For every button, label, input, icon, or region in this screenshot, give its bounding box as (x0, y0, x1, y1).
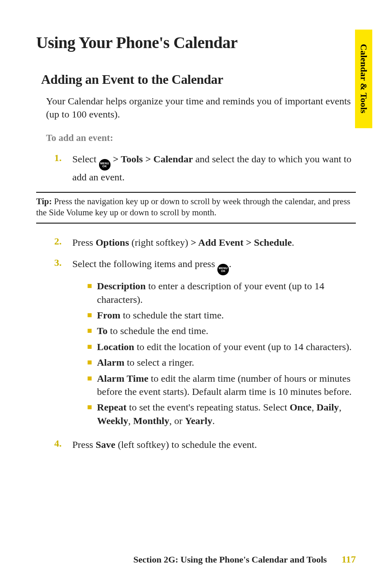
page-title: Using Your Phone's Calendar (36, 33, 356, 52)
bullet-icon: ■ (87, 309, 97, 322)
bold: From (97, 310, 120, 321)
bullet-item: ■ Location to edit the location of your … (87, 340, 356, 353)
bold: Yearly (185, 415, 212, 426)
bold: Repeat (97, 402, 127, 413)
bullet-item: ■ Repeat to set the event's repeating st… (87, 401, 356, 427)
step-2: 2. Press Options (right softkey) > Add E… (54, 236, 356, 249)
bullet-item: ■ From to schedule the start time. (87, 309, 356, 322)
bold: > Add Event > Schedule (191, 237, 292, 248)
bullet-item: ■ To to schedule the end time. (87, 324, 356, 337)
text: , (339, 402, 341, 413)
text: (left softkey) to schedule the event. (115, 439, 257, 450)
bold: Options (96, 237, 129, 248)
bold-path: > Tools > Calendar (111, 154, 193, 164)
bold: Location (97, 341, 134, 352)
step-number: 3. (54, 257, 72, 430)
text: , (311, 402, 316, 413)
tip-box: Tip: Press the navigation key up or down… (36, 192, 356, 224)
tip-label: Tip: (36, 196, 52, 206)
tip-text: Press the navigation key up or down to s… (36, 196, 350, 217)
text: Press (72, 439, 96, 450)
bold: Once (290, 402, 311, 413)
step-number: 4. (54, 438, 72, 451)
menu-ok-icon: MENUOK (99, 159, 111, 171)
bold: Daily (316, 402, 339, 413)
text: to schedule the end time. (108, 325, 208, 336)
page-number: 117 (341, 554, 356, 565)
intro-text: Your Calendar helps organize your time a… (46, 95, 356, 121)
bullet-item: ■ Alarm to select a ringer. (87, 356, 356, 369)
text: , or (169, 415, 185, 426)
section-heading: Adding an Event to the Calendar (41, 72, 356, 87)
bold: Monthly (133, 415, 169, 426)
subhead: To add an event: (46, 133, 356, 143)
step-1: 1. Select MENUOK > Tools > Calendar and … (54, 152, 356, 184)
bullet-icon: ■ (87, 340, 97, 353)
bullet-icon: ■ (87, 401, 97, 427)
text: . (212, 415, 215, 426)
text: to schedule the start time. (120, 310, 224, 321)
step-number: 1. (54, 152, 72, 184)
text: to set the event's repeating status. Sel… (127, 402, 290, 413)
bullet-icon: ■ (87, 372, 97, 399)
bullet-item: ■ Description to enter a description of … (87, 279, 356, 306)
text: to edit the location of your event (up t… (134, 341, 352, 352)
bold: Description (97, 281, 146, 291)
text: to select a ringer. (125, 357, 194, 368)
step-number: 2. (54, 236, 72, 249)
icon-line-2: OK (221, 270, 226, 272)
footer-section-title: Section 2G: Using the Phone's Calendar a… (133, 554, 327, 565)
icon-line-1: MENU (219, 267, 228, 270)
text: , (128, 415, 133, 426)
step-body: Press Options (right softkey) > Add Even… (72, 236, 356, 249)
bold: Save (96, 439, 115, 450)
text: (right softkey) (129, 237, 191, 248)
bold: Weekly (97, 415, 128, 426)
text: . (229, 258, 231, 269)
step-body: Select the following items and press MEN… (72, 257, 356, 430)
bullet-icon: ■ (87, 356, 97, 369)
step-body: Select MENUOK > Tools > Calendar and sel… (72, 152, 356, 184)
bold: To (97, 325, 108, 336)
step-3: 3. Select the following items and press … (54, 257, 356, 430)
menu-ok-icon: MENUOK (217, 264, 229, 275)
bullet-icon: ■ (87, 279, 97, 306)
bold: Alarm Time (97, 373, 148, 384)
text: Press (72, 237, 96, 248)
text: Select the following items and press (72, 258, 217, 269)
bold: Alarm (97, 357, 125, 368)
step-4: 4. Press Save (left softkey) to schedule… (54, 438, 356, 451)
side-tab-label: Calendar & Tools (358, 44, 369, 113)
icon-line-1: MENU (100, 162, 109, 165)
text: Select (72, 154, 99, 164)
text: . (292, 237, 294, 248)
bullet-icon: ■ (87, 324, 97, 337)
side-tab: Calendar & Tools (355, 30, 372, 128)
page-footer: Section 2G: Using the Phone's Calendar a… (0, 554, 392, 565)
bullet-item: ■ Alarm Time to edit the alarm time (num… (87, 372, 356, 399)
step-body: Press Save (left softkey) to schedule th… (72, 438, 356, 451)
icon-line-2: OK (102, 165, 107, 168)
